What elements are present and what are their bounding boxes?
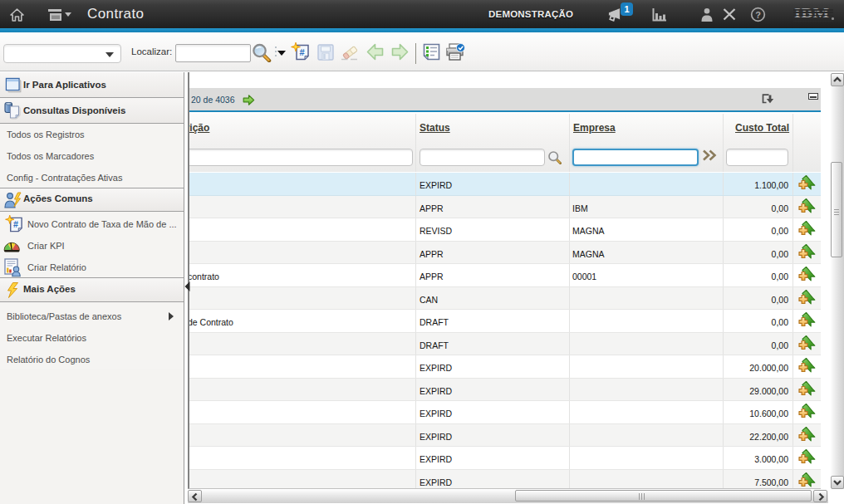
svg-text:#: # xyxy=(299,47,304,57)
svg-text:#: # xyxy=(13,219,18,229)
svg-text:?: ? xyxy=(755,10,761,20)
